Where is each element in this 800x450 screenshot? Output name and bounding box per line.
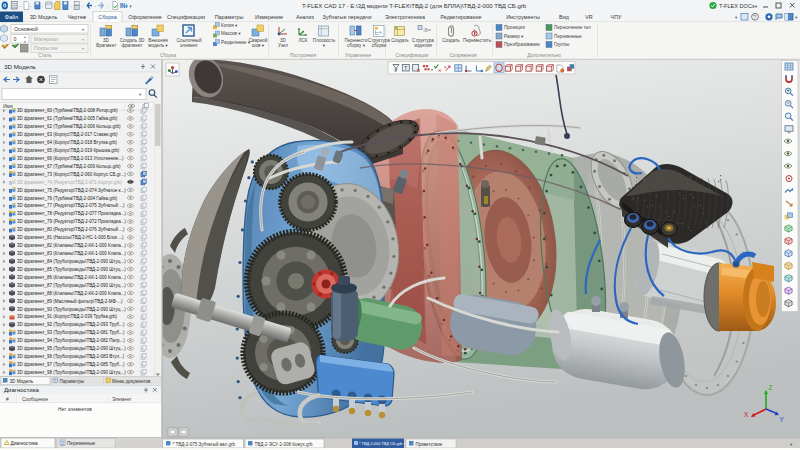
svg-text:Имя: Имя [3,103,13,109]
svg-text:Фрагмент: Фрагмент [96,43,118,48]
svg-text:Основной: Основной [14,26,38,32]
svg-text:3D фрагмент_63 (Корпус\ТВД-2-0: 3D фрагмент_63 (Корпус\ТВД-2-017 Стакан.… [17,132,118,137]
svg-text:Сварной: Сварной [249,37,268,43]
svg-text:3D фрагмент_78 (Редуктор\ТВД-2: 3D фрагмент_78 (Редуктор\ТВД-2-077 Прокл… [17,211,126,216]
svg-text:·: · [70,2,72,9]
svg-text:Ссылочный: Ссылочный [177,37,202,43]
svg-text:ТВД-2-ЭСУ-2-008 Кожух.grb: ТВД-2-ЭСУ-2-008 Кожух.grb [255,442,314,447]
svg-text:3D фрагмент_96 (Трубопроводы\Т: 3D фрагмент_96 (Трубопроводы\ТВД-2-083 В… [17,354,125,359]
svg-text:·: · [42,2,44,9]
svg-text:·: · [761,15,762,20]
svg-text:3D фрагмент_85 (Трубопроводы\Т: 3D фрагмент_85 (Трубопроводы\ТВД-2-090 Ш… [17,267,126,272]
svg-text:Диагностика: Диагностика [4,387,39,393]
svg-text:Преобразование: Преобразование [504,42,540,47]
svg-text:T-FLEX CAD 17 - Е:\3Д модели T: T-FLEX CAD 17 - Е:\3Д модели T-FLEX\ТВД-… [302,3,527,9]
svg-text:Пересечение тел: Пересечение тел [554,25,591,30]
svg-text:3D фрагмент_94 (Трубопроводы\Т: 3D фрагмент_94 (Трубопроводы\ТВД-2-082 П… [17,338,125,343]
svg-text:Разделение ▾: Разделение ▾ [221,40,251,45]
svg-text:Электротехника: Электротехника [385,14,425,20]
svg-text:·: · [94,2,96,9]
svg-text:T-FLEX DOCs: T-FLEX DOCs [719,3,755,9]
svg-text:Создать: Создать [442,38,460,43]
svg-text:Зубчатые передачи: Зубчатые передачи [322,14,371,20]
svg-text:3D фрагмент_87 (Трубопроводы\Т: 3D фрагмент_87 (Трубопроводы\ТВД-2-090 Ш… [17,283,126,288]
svg-text:Параметры: Параметры [60,379,85,384]
svg-text:3D фрагмент_88 (Клапаны\ТВД-2-: 3D фрагмент_88 (Клапаны\ТВД-2-КК-2-000 К… [17,291,127,296]
svg-text:3D фрагмент_80 (Редуктор\ТВД-2: 3D фрагмент_80 (Редуктор\ТВД-2-076 Зубча… [17,226,125,232]
svg-text:Измерение: Измерение [255,14,283,20]
svg-text:3D фрагмент_90 (Трубопроводы\Т: 3D фрагмент_90 (Трубопроводы\ТВД-2-090 Ш… [17,307,126,312]
svg-text:0: 0 [14,36,17,42]
svg-text:Переменные: Переменные [67,441,96,446]
svg-text:3D фрагмент_74 (Редуктор\ТВД-2: 3D фрагмент_74 (Редуктор\ТВД-2-071 Корпу… [17,180,122,185]
svg-text:Y: Y [780,416,785,423]
svg-text:Сборка: Сборка [160,53,176,58]
svg-text:3D фрагмент_84 (Трубопроводы\Т: 3D фрагмент_84 (Трубопроводы\ТВД-2-090 Ш… [17,259,126,264]
svg-text:Сопряжения: Сопряжения [449,53,477,58]
svg-text:3D фрагмент_73 (Корпус\ТВД-2-0: 3D фрагмент_73 (Корпус\ТВД-2-060 Корпус … [17,172,126,177]
svg-text:3D фрагмент_98 (Трубопроводы\Т: 3D фрагмент_98 (Трубопроводы\ТВД-2-090 Ш… [17,370,126,375]
svg-text:3D фрагмент_81 (Насосы\ТВД-2-Н: 3D фрагмент_81 (Насосы\ТВД-2-НС-1-000 Бл… [17,235,124,240]
svg-text:3D фрагмент_97 (Трубопроводы\Т: 3D фрагмент_97 (Трубопроводы\ТВД-2-085 Т… [17,362,125,367]
svg-text:Параметры: Параметры [215,14,244,20]
svg-text:Нет элементов: Нет элементов [58,407,92,412]
svg-text:Управление: Управление [345,53,371,58]
svg-text:·: · [19,2,21,9]
svg-text:3D фрагмент_92 (Трубопроводы\Т: 3D фрагмент_92 (Трубопроводы\ТВД-2-093 Т… [17,322,125,327]
svg-text:3D фрагмент_91 (Корпус\ТВД-2-0: 3D фрагмент_91 (Корпус\ТВД-2-039 Трубка.… [17,314,118,319]
svg-text:Анализ: Анализ [296,14,315,20]
svg-text:3D фрагмент_61 (Турбина\ТВД-2-: 3D фрагмент_61 (Турбина\ТВД-2-005 Гайка.… [17,115,118,121]
svg-text:ЧПУ: ЧПУ [611,14,622,20]
svg-text:сборку ▾: сборку ▾ [347,43,366,48]
svg-text:▴: ▴ [24,35,26,39]
svg-text:Переменные: Переменные [554,34,582,39]
svg-text:элемент: элемент [180,43,199,48]
svg-text:Файл: Файл [5,14,18,20]
svg-text:Материал: Материал [34,36,58,42]
svg-text:Копия ▾: Копия ▾ [221,23,238,28]
svg-text:модель ▾: модель ▾ [148,43,168,48]
svg-text:·: · [82,2,84,9]
svg-text:изделия: изделия [414,43,432,48]
svg-text:3D фрагмент_60 (Турбина\ТВД-2-: 3D фрагмент_60 (Турбина\ТВД-2-008 Ротор.… [17,108,118,113]
svg-text:3D фрагмент_79 (Редуктор\ТВД-2: 3D фрагмент_79 (Редуктор\ТВД-2-072 Прокл… [17,219,126,224]
svg-text:Создать: Создать [391,38,409,43]
svg-text:* ТВД-2-075 Зубчатый вал.grb: * ТВД-2-075 Зубчатый вал.grb [173,441,236,447]
svg-text:* ТВД-2-000 ТВД СБ.grb ×: * ТВД-2-000 ТВД СБ.grb × [359,441,405,446]
svg-text:Сообщение: Сообщение [22,397,48,402]
svg-text:шов ▾: шов ▾ [252,43,265,48]
svg-text:Оформление: Оформление [128,14,161,20]
svg-text:Чертеж: Чертеж [68,14,87,20]
svg-text:3D Модель: 3D Модель [10,379,34,384]
svg-text:3D фрагмент_86 (Клапаны\ТВД-2-: 3D фрагмент_86 (Клапаны\ТВД-2-КК-1-000 К… [17,275,127,280]
svg-text:▾: ▾ [431,67,433,72]
svg-text:Стиль: Стиль [38,53,52,58]
svg-text:3D фрагмент_65 (Корпус\ТВД-2-0: 3D фрагмент_65 (Корпус\ТВД-2-019 Крышка.… [17,148,120,153]
svg-text:Спецификации: Спецификации [396,53,429,58]
svg-text:?: ? [753,14,756,20]
svg-text:3D фрагмент_89 (Масляный фильт: 3D фрагмент_89 (Масляный фильтр\ТВД-2-МФ… [17,298,123,304]
svg-text:3D фрагмент_83 (Клапаны\ТВД-2-: 3D фрагмент_83 (Клапаны\ТВД-2-КК-1-000 К… [17,251,127,256]
svg-text:Приветствие: Приветствие [416,442,443,447]
svg-text:3D фрагмент_66 (Корпус\ТВД-2-0: 3D фрагмент_66 (Корпус\ТВД-2-013 Уплотне… [17,156,124,161]
svg-text:сборки: сборки [372,43,387,48]
svg-text:Спецификации: Спецификации [167,14,205,20]
svg-text:Элемент: Элемент [112,397,132,402]
svg-text:3D фрагмент_77 (Редуктор\ТВД-2: 3D фрагмент_77 (Редуктор\ТВД-2-075 Зубча… [17,202,125,208]
svg-text:ЛСК: ЛСК [298,38,307,43]
svg-text:фрагмент: фрагмент [122,43,144,48]
svg-text:·: · [30,2,32,9]
svg-text:3D фрагмент_62 (Турбина\ТВД-2-: 3D фрагмент_62 (Турбина\ТВД-2-006 Кольцо… [17,124,121,129]
svg-text:▾: ▾ [24,40,26,44]
svg-text:Вид: Вид [559,14,570,20]
svg-text:3D Модель: 3D Модель [4,63,36,70]
svg-text:Массив ▾: Массив ▾ [221,31,241,36]
svg-text:3D фрагмент_64 (Корпус\ТВД-2-0: 3D фрагмент_64 (Корпус\ТВД-2-018 Втулка.… [17,140,118,145]
svg-text::8=: :8= [423,27,432,33]
svg-text:Меню документов: Меню документов [112,379,151,384]
svg-text:Диагностика: Диагностика [11,441,39,446]
svg-text:Z: Z [769,384,773,391]
svg-text:3D фрагмент_75 (Редуктор\ТВД-2: 3D фрагмент_75 (Редуктор\ТВД-2-074 Зубча… [17,188,126,193]
svg-text:Группы: Группы [554,42,569,47]
svg-text:·: · [106,2,108,9]
